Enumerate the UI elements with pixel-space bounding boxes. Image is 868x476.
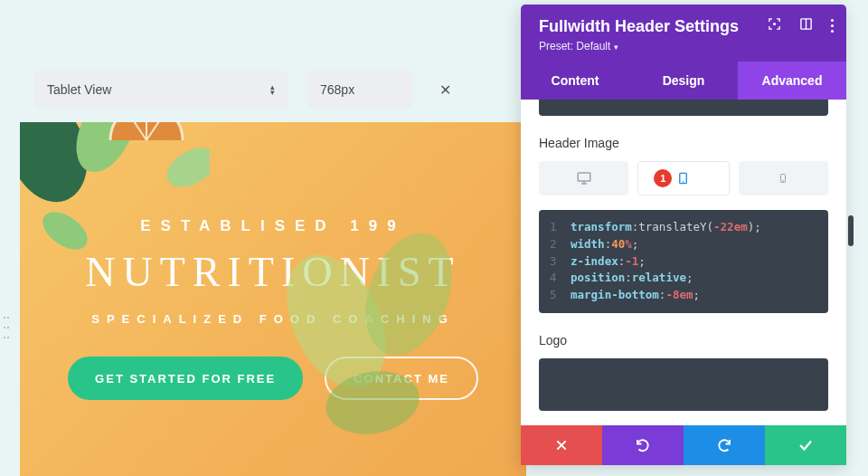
device-phone-button[interactable] xyxy=(739,161,828,195)
svg-point-5 xyxy=(160,139,210,195)
viewport-width-input[interactable]: 768px xyxy=(307,71,412,109)
collapsed-code-block[interactable] xyxy=(539,100,828,116)
preview-hero: ESTABLISED 199 NUTRITIONIST SPECIALIZED … xyxy=(20,122,526,476)
select-chevrons-icon: ▴▾ xyxy=(270,84,275,95)
svg-point-19 xyxy=(783,181,784,182)
device-badge: 1 xyxy=(654,169,672,187)
focus-icon[interactable] xyxy=(768,17,781,33)
device-desktop-button[interactable] xyxy=(539,161,628,195)
cta-primary-button[interactable]: GET STARTED FOR FREE xyxy=(68,357,303,400)
view-mode-label: Tablet View xyxy=(47,82,111,97)
panel-tabs: Content Design Advanced xyxy=(521,62,846,100)
panel-header: Fullwidth Header Settings Preset: Defaul… xyxy=(521,5,846,62)
undo-icon xyxy=(635,437,651,453)
tab-content[interactable]: Content xyxy=(521,62,629,100)
redo-button[interactable] xyxy=(684,425,765,465)
device-tablet-button[interactable]: 1 xyxy=(637,161,729,195)
check-icon xyxy=(797,437,814,453)
section-header-image-label: Header Image xyxy=(539,136,828,150)
tab-advanced[interactable]: Advanced xyxy=(738,62,846,100)
close-icon[interactable]: ✕ xyxy=(432,78,458,102)
more-icon[interactable] xyxy=(831,19,834,33)
svg-rect-13 xyxy=(578,173,590,181)
cta-primary-label: GET STARTED FOR FREE xyxy=(95,372,276,386)
tablet-icon xyxy=(676,170,690,186)
redo-icon xyxy=(716,437,732,453)
leaf-decoration2-icon xyxy=(273,231,526,476)
leaf-decoration-icon xyxy=(20,122,210,285)
panel-footer-actions xyxy=(521,425,846,465)
svg-point-6 xyxy=(36,205,94,257)
viewport-width-value: 768px xyxy=(320,82,354,97)
cancel-button[interactable] xyxy=(521,425,602,465)
tab-design[interactable]: Design xyxy=(629,62,738,100)
phone-icon xyxy=(778,170,788,186)
view-mode-select[interactable]: Tablet View ▴▾ xyxy=(34,71,288,109)
preset-label: Preset: Default xyxy=(539,40,610,52)
close-icon xyxy=(554,438,569,452)
columns-icon[interactable] xyxy=(799,17,813,33)
resize-handle[interactable] xyxy=(4,317,13,338)
preset-dropdown[interactable]: Preset: Default xyxy=(539,40,828,52)
undo-button[interactable] xyxy=(602,425,684,465)
section-logo-label: Logo xyxy=(539,333,828,347)
panel-scrollbar[interactable] xyxy=(848,215,854,246)
svg-point-10 xyxy=(773,23,776,25)
settings-panel: Fullwidth Header Settings Preset: Defaul… xyxy=(521,5,846,465)
logo-code-editor[interactable] xyxy=(539,358,828,411)
desktop-icon xyxy=(576,170,592,186)
save-button[interactable] xyxy=(765,425,846,465)
css-code-editor[interactable]: 1transform:translateY(-22em); 2width:40%… xyxy=(539,210,828,313)
